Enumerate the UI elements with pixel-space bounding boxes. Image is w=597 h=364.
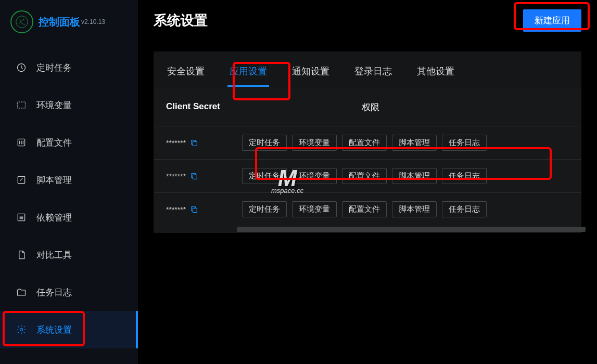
sidebar-item-label: 对比工具 [36,249,72,261]
svg-rect-9 [193,208,197,212]
permission-tag: 任务日志 [442,168,487,184]
brand-logo-icon [10,10,33,33]
svg-point-6 [20,329,23,331]
permission-tag: 定时任务 [242,135,287,151]
permission-tag: 任务日志 [442,201,487,217]
permission-tag: 定时任务 [242,168,287,184]
gear-icon [16,324,27,335]
scrollbar-thumb[interactable] [237,227,586,232]
sliders-icon [16,137,27,148]
sidebar-item-cron[interactable]: 定时任务 [0,49,138,86]
permission-tags: 定时任务 环境变量 配置文件 脚本管理 任务日志 [242,168,581,184]
brand-title: 控制面板 [39,15,80,29]
copy-icon[interactable] [190,139,198,147]
horizontal-scrollbar[interactable] [154,226,581,233]
sidebar: 控制面板 v2.10.13 定时任务 环境变量 配置文件 脚本管理 依赖管理 对… [0,0,138,364]
client-secret-cell: ******* [154,139,242,147]
tab-app[interactable]: 应用设置 [227,60,269,87]
list-icon [16,212,27,223]
clock-icon [16,62,27,73]
secret-masked: ******* [166,139,186,147]
brand: 控制面板 v2.10.13 [0,0,138,49]
permission-tag: 脚本管理 [392,135,437,151]
new-app-button[interactable]: 新建应用 [523,9,581,32]
folder-icon [16,287,27,298]
svg-point-0 [16,16,28,28]
brand-version: v2.10.13 [81,18,105,25]
copy-icon[interactable] [190,205,198,214]
sidebar-item-label: 脚本管理 [36,174,72,186]
permission-tags: 定时任务 环境变量 配置文件 脚本管理 任务日志 [242,201,581,217]
copy-icon[interactable] [190,172,198,180]
permission-tag: 环境变量 [292,135,337,151]
edit-icon [16,174,27,186]
table-row: ******* 定时任务 环境变量 配置文件 脚本管理 任务日志 [154,192,581,226]
sidebar-item-logs[interactable]: 任务日志 [0,274,138,311]
permission-tag: 脚本管理 [392,201,437,217]
permission-tag: 任务日志 [442,135,487,151]
tabs: 安全设置 应用设置 通知设置 登录日志 其他设置 [154,51,581,87]
permission-tag: 配置文件 [342,201,387,217]
sidebar-item-dependency[interactable]: 依赖管理 [0,199,138,236]
svg-rect-2 [18,102,26,108]
sidebar-item-label: 配置文件 [36,137,72,149]
secret-masked: ******* [166,172,186,180]
page-title: 系统设置 [154,11,208,30]
table-row: ******* 定时任务 环境变量 配置文件 脚本管理 任务日志 [154,159,581,192]
main: 系统设置 新建应用 安全设置 应用设置 通知设置 登录日志 其他设置 Clien… [138,0,597,364]
app-table: Client Secret 权限 ******* 定时任务 环境变量 配置文件 … [154,87,581,233]
tab-other[interactable]: 其他设置 [415,60,456,87]
sidebar-item-label: 环境变量 [36,99,72,111]
column-header-permissions: 权限 [362,101,581,113]
sidebar-item-script[interactable]: 脚本管理 [0,161,138,199]
permission-tag: 环境变量 [292,201,337,217]
svg-rect-8 [193,175,197,179]
permission-tag: 环境变量 [292,168,337,184]
sidebar-item-settings[interactable]: 系统设置 [0,311,138,348]
tab-notification[interactable]: 通知设置 [290,60,332,87]
sidebar-item-config[interactable]: 配置文件 [0,124,138,161]
client-secret-cell: ******* [154,172,242,180]
sidebar-item-diff[interactable]: 对比工具 [0,236,138,274]
sidebar-item-label: 系统设置 [36,324,72,336]
nav: 定时任务 环境变量 配置文件 脚本管理 依赖管理 对比工具 任务日志 系统设置 [0,49,138,364]
sidebar-item-label: 任务日志 [36,287,72,298]
header: 系统设置 新建应用 [138,0,597,41]
permission-tag: 配置文件 [342,135,387,151]
secret-masked: ******* [166,205,186,214]
tab-security[interactable]: 安全设置 [165,60,207,87]
variable-icon [16,99,27,111]
column-header-secret: Client Secret [154,101,362,113]
svg-rect-7 [193,141,197,146]
client-secret-cell: ******* [154,205,242,214]
permission-tags: 定时任务 环境变量 配置文件 脚本管理 任务日志 [242,135,581,151]
permission-tag: 脚本管理 [392,168,437,184]
content: 安全设置 应用设置 通知设置 登录日志 其他设置 Client Secret 权… [138,41,597,364]
sidebar-item-label: 定时任务 [36,62,72,74]
file-icon [16,249,27,261]
permission-tag: 配置文件 [342,168,387,184]
sidebar-item-env[interactable]: 环境变量 [0,86,138,124]
tab-loginlog[interactable]: 登录日志 [352,60,394,87]
permission-tag: 定时任务 [242,201,287,217]
table-row: ******* 定时任务 环境变量 配置文件 脚本管理 任务日志 [154,126,581,159]
sidebar-item-label: 依赖管理 [36,212,72,224]
table-header: Client Secret 权限 [154,87,581,126]
